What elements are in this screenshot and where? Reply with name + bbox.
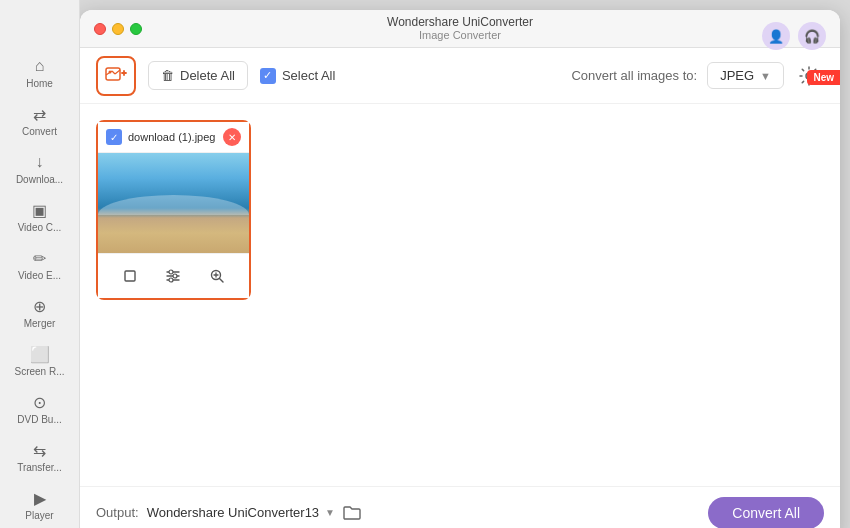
sidebar-item-video-edit[interactable]: ✏ Video E... [4,242,76,288]
card-remove-button[interactable]: ✕ [223,128,241,146]
chevron-down-icon: ▼ [325,507,335,518]
new-badge: New [807,70,840,85]
screen-icon: ⬜ [30,344,50,364]
card-actions [98,253,249,298]
sidebar: ⌂ Home ⇄ Convert ↓ Downloa... ▣ Video C.… [0,0,80,528]
title-text: Wondershare UniConverter Image Converter [387,15,533,43]
sidebar-item-download[interactable]: ↓ Downloa... [4,146,76,192]
svg-point-13 [173,274,177,278]
sidebar-item-videocomp-label: Video C... [18,222,62,234]
card-image [98,153,249,253]
crop-button[interactable] [116,262,144,290]
image-card: ✓ download (1).jpeg ✕ [96,120,251,300]
output-label: Output: [96,505,139,520]
delete-all-label: Delete All [180,68,235,83]
card-filename: download (1).jpeg [128,131,217,143]
open-folder-button[interactable] [343,505,361,521]
output-path[interactable]: Wondershare UniConverter13 ▼ [147,505,335,520]
zoom-button[interactable] [203,262,231,290]
sidebar-item-home-label: Home [26,78,53,90]
title-bar: Wondershare UniConverter Image Converter… [80,10,840,48]
sidebar-item-videoedit-label: Video E... [18,270,61,282]
sidebar-item-player[interactable]: ▶ Player [4,482,76,528]
card-checkbox[interactable]: ✓ [106,129,122,145]
adjust-button[interactable] [159,262,187,290]
app-subtitle: Image Converter [387,29,533,42]
select-all-label: Select All [282,68,335,83]
folder-icon [343,505,361,521]
convert-all-label: Convert all images to: [571,68,697,83]
trash-icon: 🗑 [161,68,174,83]
bottom-bar: Output: Wondershare UniConverter13 ▼ Con… [80,486,840,528]
sidebar-item-convert-label: Convert [22,126,57,138]
sidebar-item-download-label: Downloa... [16,174,63,186]
format-value: JPEG [720,68,754,83]
convert-all-button[interactable]: Convert All [708,497,824,529]
app-container: ⌂ Home ⇄ Convert ↓ Downloa... ▣ Video C.… [0,0,850,528]
top-right-icons: 👤 🎧 [762,22,826,50]
sidebar-item-player-label: Player [25,510,53,522]
sidebar-item-screen-label: Screen R... [14,366,64,378]
sidebar-item-merger-label: Merger [24,318,56,330]
add-image-button[interactable] [96,56,136,96]
zoom-icon [209,268,225,284]
svg-line-16 [220,279,224,283]
convert-icon: ⇄ [30,104,50,124]
svg-point-12 [169,270,173,274]
svg-line-2 [112,71,115,74]
chevron-down-icon: ▼ [760,70,771,82]
svg-point-4 [109,70,112,73]
home-icon: ⌂ [30,56,50,76]
sidebar-item-transfer-label: Transfer... [17,462,62,474]
sidebar-item-dvd-label: DVD Bu... [17,414,61,426]
format-select[interactable]: JPEG ▼ [707,62,784,89]
toolbar-right: Convert all images to: JPEG ▼ [571,61,824,91]
svg-rect-8 [125,271,135,281]
crop-icon [122,268,138,284]
minimize-button[interactable] [112,23,124,35]
traffic-lights [94,23,142,35]
card-image-preview [98,153,249,253]
sidebar-item-merger[interactable]: ⊕ Merger [4,290,76,336]
maximize-button[interactable] [130,23,142,35]
adjust-icon [165,268,181,284]
sidebar-item-transfer[interactable]: ⇆ Transfer... [4,434,76,480]
main-window: Wondershare UniConverter Image Converter… [80,10,840,528]
video-comp-icon: ▣ [30,200,50,220]
svg-point-14 [169,278,173,282]
sidebar-item-convert[interactable]: ⇄ Convert [4,98,76,144]
close-button[interactable] [94,23,106,35]
delete-all-button[interactable]: 🗑 Delete All [148,61,248,90]
add-image-icon [105,65,127,87]
select-all-checkbox[interactable]: ✓ Select All [260,68,335,84]
app-name: Wondershare UniConverter [387,15,533,29]
toolbar: 🗑 Delete All ✓ Select All Convert all im… [80,48,840,104]
transfer-icon: ⇆ [30,440,50,460]
video-edit-icon: ✏ [30,248,50,268]
sidebar-item-dvd[interactable]: ⊙ DVD Bu... [4,386,76,432]
image-card-header: ✓ download (1).jpeg ✕ [98,122,249,153]
support-icon[interactable]: 🎧 [798,22,826,50]
sidebar-item-home[interactable]: ⌂ Home [4,50,76,96]
sidebar-item-video-comp[interactable]: ▣ Video C... [4,194,76,240]
output-path-value: Wondershare UniConverter13 [147,505,319,520]
merger-icon: ⊕ [30,296,50,316]
sidebar-item-screen[interactable]: ⬜ Screen R... [4,338,76,384]
player-icon: ▶ [30,488,50,508]
content-area: ✓ download (1).jpeg ✕ [80,104,840,486]
download-icon: ↓ [30,152,50,172]
checkbox-checked-icon: ✓ [260,68,276,84]
dvd-icon: ⊙ [30,392,50,412]
account-icon[interactable]: 👤 [762,22,790,50]
